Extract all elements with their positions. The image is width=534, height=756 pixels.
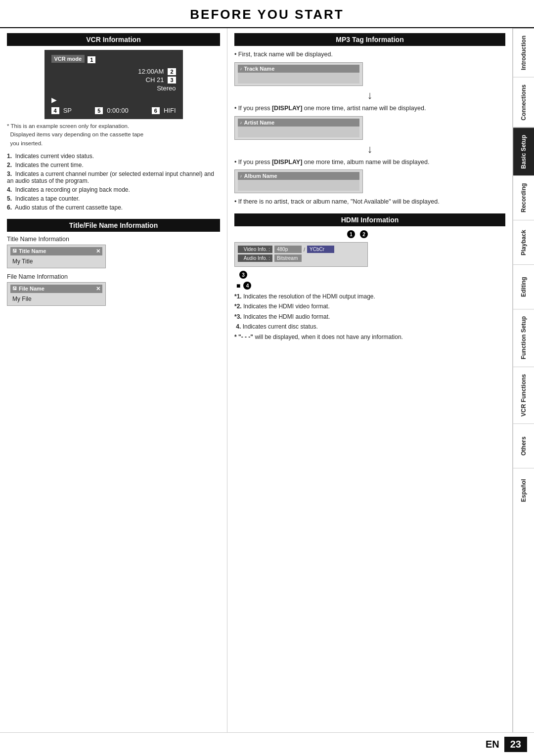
video-info-label: Video Info. : bbox=[238, 246, 272, 253]
list-item: 3. Indicates a current channel number (o… bbox=[7, 170, 220, 184]
list-item: 4. Indicates a recording or playing back… bbox=[7, 186, 220, 193]
title-value: My Title bbox=[10, 257, 102, 266]
list-item: 5. Indicates a tape counter. bbox=[7, 195, 220, 202]
tab-playback[interactable]: Playback bbox=[513, 220, 534, 264]
vcr-ch: CH 21 bbox=[146, 76, 164, 84]
separator: / bbox=[304, 247, 305, 252]
vcr-badge-3: 3 bbox=[168, 77, 176, 84]
tab-introduction[interactable]: Introduction bbox=[513, 28, 534, 77]
tab-others[interactable]: Others bbox=[513, 423, 534, 468]
tab-editing[interactable]: Editing bbox=[513, 264, 534, 309]
title-bar-label: Title Name bbox=[19, 248, 46, 254]
vcr-badge-6: 6 bbox=[152, 107, 160, 114]
down-arrow-1: ↓ bbox=[234, 89, 505, 102]
hdmi-note-1: *1. Indicates the resolution of the HDMI… bbox=[234, 292, 505, 301]
tab-espanol[interactable]: Español bbox=[513, 468, 534, 512]
artist-screen-mockup: ♪ Artist Name bbox=[234, 116, 363, 140]
mp3-step3-text: • If you press [DISPLAY] one more time, … bbox=[234, 158, 505, 167]
vcr-play-icon: ▶ bbox=[51, 96, 57, 104]
vcr-time: 12:00AM bbox=[138, 68, 164, 75]
page-number: 23 bbox=[504, 737, 527, 752]
hdmi-note-4: 4. Indicates current disc status. bbox=[234, 322, 505, 332]
hdmi-badge-2: 2 bbox=[360, 230, 368, 238]
track-icon: ♪ bbox=[240, 66, 242, 71]
album-name-label: Album Name bbox=[244, 173, 277, 179]
sidebar-tabs: Introduction Connections Basic Setup Rec… bbox=[512, 28, 534, 732]
vcr-badge-4: 4 bbox=[51, 107, 59, 114]
title-icon: 🖫 bbox=[12, 249, 17, 253]
album-screen-mockup: ♪ Album Name bbox=[234, 169, 363, 193]
tab-basic-setup[interactable]: Basic Setup bbox=[513, 127, 534, 176]
vcr-hifi: HIFI bbox=[164, 107, 176, 114]
file-screen-mockup: 🖫 File Name ✕ My File bbox=[7, 282, 106, 306]
list-item: 2. Indicates the current time. bbox=[7, 162, 220, 168]
audio-info-value: Bitstream bbox=[274, 254, 302, 262]
audio-info-label: Audio Info. : bbox=[238, 254, 272, 262]
hdmi-badge-4: 4 bbox=[243, 282, 251, 290]
vcr-screen-wrapper: VCR mode 1 12:00AM 2 CH 21 3 bbox=[44, 50, 183, 119]
vcr-badge-2: 2 bbox=[168, 68, 176, 75]
title-name-label: Title Name Information bbox=[7, 236, 220, 243]
vcr-sp: SP bbox=[63, 107, 72, 114]
vcr-badge-5: 5 bbox=[95, 107, 103, 114]
file-value: My File bbox=[10, 294, 102, 303]
title-close-icon: ✕ bbox=[96, 248, 100, 254]
file-icon: 🖫 bbox=[12, 286, 17, 291]
page-footer: EN 23 bbox=[0, 732, 534, 756]
list-item: 1. Indicates current video status. bbox=[7, 153, 220, 160]
tab-recording[interactable]: Recording bbox=[513, 175, 534, 220]
tab-vcr-functions[interactable]: VCR Functions bbox=[513, 367, 534, 423]
album-icon: ♪ bbox=[240, 173, 242, 178]
en-label: EN bbox=[486, 739, 499, 750]
hdmi-screen: Video Info. : 480p / YCbCr Audio Info. :… bbox=[234, 242, 368, 267]
title-file-section-header: Title/File Name Information bbox=[7, 219, 220, 232]
tab-connections[interactable]: Connections bbox=[513, 77, 534, 127]
artist-name-label: Artist Name bbox=[244, 120, 275, 126]
file-bar-label: File Name bbox=[19, 286, 44, 292]
vcr-counter: 0:00:00 bbox=[107, 107, 128, 114]
list-item: 6. Audio status of the current cassette … bbox=[7, 204, 220, 211]
video-info-value: 480p bbox=[274, 246, 302, 253]
hdmi-note-2: *2. Indicates the HDMI video format. bbox=[234, 301, 505, 311]
track-name-label: Track Name bbox=[244, 66, 275, 72]
disc-icon: ■ bbox=[236, 282, 240, 290]
track-screen-mockup: ♪ Track Name bbox=[234, 62, 363, 86]
vcr-badge-1: 1 bbox=[88, 56, 95, 63]
file-close-icon: ✕ bbox=[96, 286, 100, 292]
tab-function-setup[interactable]: Function Setup bbox=[513, 309, 534, 366]
video-format: YCbCr bbox=[307, 246, 334, 253]
mp3-step4-text: • If there is no artist, track or album … bbox=[234, 197, 505, 207]
vcr-items-list: 1. Indicates current video status. 2. In… bbox=[7, 153, 220, 211]
mp3-step2-text: • If you press [DISPLAY] one more time, … bbox=[234, 104, 505, 113]
vcr-section-header: VCR Information bbox=[7, 33, 220, 46]
vcr-stereo: Stereo bbox=[157, 84, 176, 92]
mp3-step1-text: • First, track name will be displayed. bbox=[234, 50, 505, 59]
down-arrow-2: ↓ bbox=[234, 143, 505, 156]
hdmi-notes: *1. Indicates the resolution of the HDMI… bbox=[234, 292, 505, 342]
hdmi-note-3: *3. Indicates the HDMI audio format. bbox=[234, 312, 505, 322]
vcr-explanation: * This is an example screen only for exp… bbox=[7, 122, 220, 148]
hdmi-video-row: Video Info. : 480p / YCbCr bbox=[238, 246, 364, 253]
page-title: BEFORE YOU START bbox=[0, 0, 534, 28]
file-name-label: File Name Information bbox=[7, 273, 220, 280]
title-screen-mockup: 🖫 Title Name ✕ My Title bbox=[7, 245, 106, 268]
hdmi-section-header: HDMI Information bbox=[234, 213, 505, 226]
hdmi-audio-row: Audio Info. : Bitstream bbox=[238, 254, 364, 262]
vcr-mode-badge: VCR mode bbox=[51, 55, 85, 63]
hdmi-badge-1: 1 bbox=[347, 230, 355, 238]
vcr-screen: VCR mode 1 12:00AM 2 CH 21 3 bbox=[44, 50, 183, 119]
artist-icon: ♪ bbox=[240, 120, 242, 125]
mp3-section-header: MP3 Tag Information bbox=[234, 33, 505, 46]
hdmi-badge-3: 3 bbox=[239, 271, 247, 279]
hdmi-note-star: * "- - -" will be displayed, when it doe… bbox=[234, 332, 505, 342]
